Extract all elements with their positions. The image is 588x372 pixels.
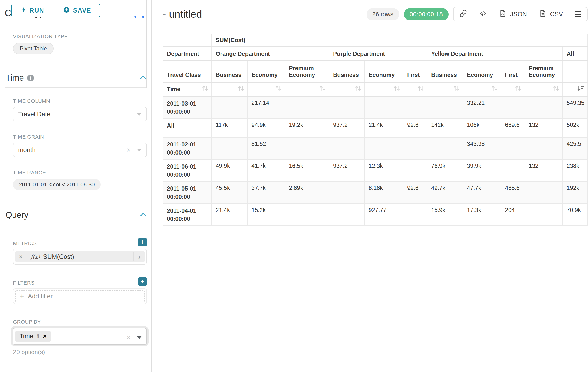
cell: 49.7k — [427, 181, 463, 203]
remove-metric-icon[interactable]: × — [15, 253, 27, 260]
travel-class-header: First — [501, 61, 525, 82]
group-by-options-count: 20 option(s) — [13, 349, 151, 356]
cell: 2.69k — [285, 181, 329, 203]
group-header: Yellow Department — [427, 47, 563, 61]
travel-class-header: Premium Economy — [285, 61, 329, 82]
sort-icon[interactable] — [275, 85, 282, 94]
chevron-down-icon[interactable] — [137, 113, 142, 116]
chevron-down-icon[interactable] — [137, 336, 142, 339]
sort-icon[interactable] — [491, 85, 498, 94]
time-sort-header[interactable]: Time — [163, 82, 212, 96]
file-text-icon — [539, 10, 546, 19]
add-filter-dropzone[interactable]: + Add filter — [15, 290, 145, 302]
chevron-down-icon[interactable] — [137, 149, 142, 152]
cell: 92.6 — [403, 118, 427, 137]
time-section-header: Time i — [6, 73, 147, 83]
cell: 49.9k — [212, 159, 248, 181]
sort-icon[interactable] — [202, 85, 209, 94]
collapse-chevron-up-icon[interactable] — [140, 213, 147, 217]
group-by-tag-time[interactable]: Time i × — [15, 331, 51, 342]
table-row: 2011-05-0100:00:00 45.5k 37.7k 2.69k 8.1… — [163, 181, 587, 203]
table-row: 2011-03-0100:00:00 217.14 332.21 549.35 — [163, 96, 587, 118]
time-grain-label: TIME GRAIN — [13, 134, 147, 140]
run-save-button-group: RUN SAVE — [11, 4, 100, 17]
column-sort-header[interactable] — [501, 82, 525, 96]
cell — [329, 96, 365, 118]
export-json-button[interactable]: .JSON — [493, 7, 533, 21]
sort-icon[interactable] — [355, 85, 362, 94]
visualization-type-pill[interactable]: Pivot Table — [13, 43, 54, 54]
sort-icon[interactable] — [515, 85, 522, 94]
column-sort-header[interactable] — [463, 82, 501, 96]
cell: 927.77 — [365, 203, 403, 225]
code-icon — [479, 10, 487, 19]
cell: 238k — [563, 159, 587, 181]
cell: 502k — [563, 118, 587, 137]
column-sort-header[interactable] — [248, 82, 285, 96]
sidebar-scrollbar[interactable] — [146, 0, 147, 88]
cell: 19.2k — [285, 118, 329, 137]
table-row: 2011-06-0100:00:00 49.9k 41.7k 16.5k 937… — [163, 159, 587, 181]
sort-icon[interactable] — [453, 85, 460, 94]
view-query-button[interactable] — [473, 7, 493, 21]
remove-tag-icon[interactable]: × — [43, 333, 47, 340]
expand-metric-chevron-icon[interactable]: › — [133, 253, 145, 261]
column-sort-header[interactable] — [212, 82, 248, 96]
metric-pill[interactable]: × ƒ(x) SUM(Cost) › — [15, 251, 145, 262]
link-icon — [460, 10, 467, 19]
cell: 332.21 — [463, 96, 501, 118]
section-divider — [5, 225, 147, 225]
cell: 192k — [563, 181, 587, 203]
column-sort-header[interactable] — [427, 82, 463, 96]
save-button[interactable]: SAVE — [54, 4, 100, 17]
chart-menu-button[interactable] — [569, 7, 587, 21]
row-count-badge: 26 rows — [367, 8, 399, 21]
cell: 76.9k — [427, 159, 463, 181]
clear-icon[interactable]: × — [126, 147, 131, 153]
sort-icon[interactable] — [238, 85, 244, 94]
row-header: 2011-03-0100:00:00 — [163, 96, 212, 118]
sort-descending-icon[interactable] — [577, 85, 584, 94]
cell: 45.5k — [212, 181, 248, 203]
metric-header: SUM(Cost) — [212, 34, 587, 47]
cell: 81.52 — [248, 137, 285, 159]
travel-class-header: Economy — [365, 61, 403, 82]
scrolled-icon-dot — [134, 16, 136, 18]
time-grain-select[interactable]: month × — [13, 143, 147, 157]
column-sort-header[interactable] — [329, 82, 365, 96]
sort-icon[interactable] — [553, 85, 560, 94]
export-csv-button[interactable]: .CSV — [533, 7, 569, 21]
cell: 465.6 — [501, 181, 525, 203]
group-by-select[interactable]: Time i × × — [12, 328, 147, 345]
visualization-type-control: VISUALIZATION TYPE Pivot Table — [0, 33, 151, 54]
column-sort-header[interactable] — [285, 82, 329, 96]
cell: 41.7k — [248, 159, 285, 181]
run-button[interactable]: RUN — [12, 4, 54, 17]
sort-icon[interactable] — [417, 85, 424, 94]
column-sort-header[interactable] — [403, 82, 427, 96]
clear-icon[interactable]: × — [126, 334, 131, 341]
group-header: Orange Department — [212, 47, 329, 61]
add-metric-button[interactable]: + — [138, 238, 147, 246]
chart-title[interactable]: - untitled — [163, 8, 202, 20]
column-sort-header[interactable] — [525, 82, 563, 96]
column-sort-header-active[interactable] — [563, 82, 587, 96]
column-sort-header[interactable] — [365, 82, 403, 96]
travel-class-header-empty — [563, 61, 587, 82]
metrics-label: METRICS — [13, 240, 37, 246]
collapse-chevron-up-icon[interactable] — [140, 75, 147, 80]
sort-icon[interactable] — [319, 85, 326, 94]
metric-name: SUM(Cost) — [43, 253, 74, 260]
add-filter-button[interactable]: + — [138, 277, 147, 286]
sort-icon[interactable] — [393, 85, 400, 94]
cell — [285, 96, 329, 118]
cell: 15.9k — [427, 203, 463, 225]
plus-circle-icon — [63, 7, 70, 15]
cell: 92.6 — [403, 181, 427, 203]
share-link-button[interactable] — [454, 7, 473, 21]
time-column-label: TIME COLUMN — [13, 98, 147, 104]
cell — [285, 137, 329, 159]
cell — [365, 137, 403, 159]
time-column-select[interactable]: Travel Date — [13, 107, 147, 121]
time-range-pill[interactable]: 2011-01-01 ≤ col < 2011-06-30 — [13, 179, 101, 190]
